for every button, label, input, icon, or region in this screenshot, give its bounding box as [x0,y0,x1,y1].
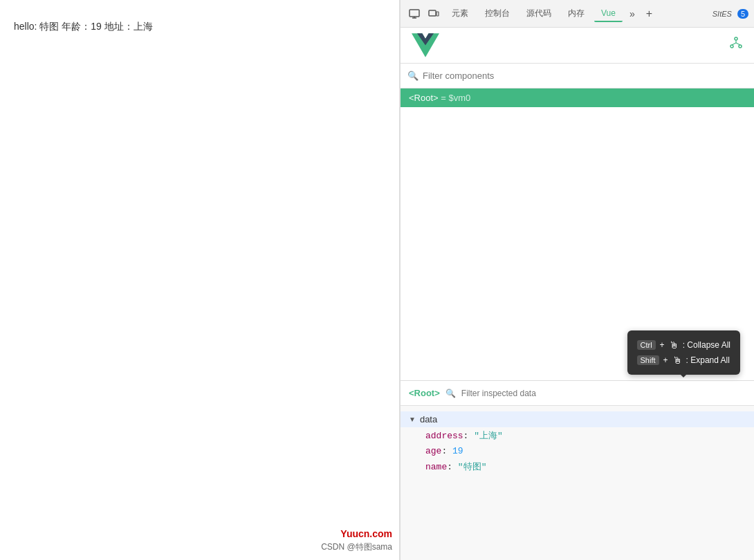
prop-colon-3: : [447,462,458,472]
inspector-panel: <Root> 🔍 ▼ data address: "上海" age: 19 [401,380,754,560]
devtools-badge: 5 [737,9,748,19]
mouse-icon-collapse: 🖱 [669,339,679,351]
csdn-credit: CSDN @特图sama [321,541,392,553]
tab-vue[interactable]: Vue [594,6,623,22]
prop-colon-2: : [441,446,452,456]
watermark: Yuucn.com [340,528,392,539]
data-section-label: data [420,414,437,424]
devtools-panel: 元素 控制台 源代码 内存 Vue » + SItES 5 [400,0,754,560]
prop-value-address: "上海" [474,431,503,441]
collapse-triangle-icon: ▼ [409,416,416,423]
add-tab-button[interactable]: + [642,6,656,22]
vue-logo-icon [412,33,439,57]
inspector-body: ▼ data address: "上海" age: 19 name: "特图" [401,406,754,560]
sites-label: SItES [712,10,732,18]
svg-point-9 [739,45,742,48]
expand-all-label: : Expand All [686,355,730,365]
inspector-header: <Root> 🔍 [401,381,754,406]
devtools-toolbar: 元素 控制台 源代码 内存 Vue » + SItES 5 [401,0,754,28]
svg-rect-3 [429,10,436,16]
shift-key: Shift [637,355,659,365]
data-property-age: age: 19 [401,444,754,458]
vue-header [401,28,754,64]
filter-components-input[interactable] [423,71,747,81]
plus-2: + [663,355,668,365]
svg-rect-4 [436,12,439,16]
svg-point-7 [735,37,737,40]
tab-console[interactable]: 控制台 [478,5,517,22]
inspector-filter-icon: 🔍 [445,389,456,398]
tooltip-row-expand: Shift + 🖱 : Expand All [637,353,731,368]
data-property-name: name: "特图" [401,458,754,475]
vue-devtools: 🔍 <Root> = $vm0 <Root> 🔍 ▼ [401,28,754,560]
webpage-content: hello: 特图 年龄：19 地址：上海 Yuucn.com CSDN @特图… [0,0,400,560]
prop-colon-1: : [463,431,475,441]
data-section-header[interactable]: ▼ data [401,411,754,427]
inspect-element-icon[interactable] [406,6,423,22]
page-text: hello: 特图 年龄：19 地址：上海 [14,21,385,33]
responsive-icon[interactable] [425,6,442,22]
data-property-address: address: "上海" [401,427,754,444]
svg-marker-5 [412,33,439,57]
prop-key-name: name [425,462,447,472]
svg-line-12 [736,43,740,45]
svg-point-8 [730,45,733,48]
mouse-icon-1: + [660,340,665,350]
collapse-all-label: : Collapse All [683,340,730,350]
tab-elements[interactable]: 元素 [445,5,475,22]
svg-line-11 [732,43,736,45]
data-section: ▼ data address: "上海" age: 19 name: "特图" [401,409,754,478]
svg-rect-0 [410,10,419,17]
inspector-filter-input[interactable] [461,389,746,398]
inspector-root-label: <Root> [409,388,440,398]
tooltip-row-collapse: Ctrl + 🖱 : Collapse All [637,337,731,353]
root-vm-ref: = $vm0 [441,93,470,103]
tab-memory[interactable]: 内存 [561,5,591,22]
filter-search-icon: 🔍 [407,71,419,81]
prop-value-name: "特图" [458,462,487,472]
tab-sources[interactable]: 源代码 [519,5,558,22]
root-component-item[interactable]: <Root> = $vm0 [401,88,754,107]
ctrl-key: Ctrl [637,340,656,350]
filter-bar: 🔍 [401,64,754,88]
page-hello-text: hello: 特图 年龄：19 地址：上海 [14,21,153,32]
keyboard-tooltip: Ctrl + 🖱 : Collapse All Shift + 🖱 : Expa… [627,330,741,375]
prop-value-age: 19 [452,446,463,456]
mouse-icon-expand: 🖱 [672,355,682,366]
more-tabs-button[interactable]: » [625,6,639,21]
root-component-name: <Root> [409,93,439,103]
prop-key-address: address [425,431,463,441]
prop-key-age: age [425,446,441,456]
component-tree-icon[interactable] [729,37,743,54]
